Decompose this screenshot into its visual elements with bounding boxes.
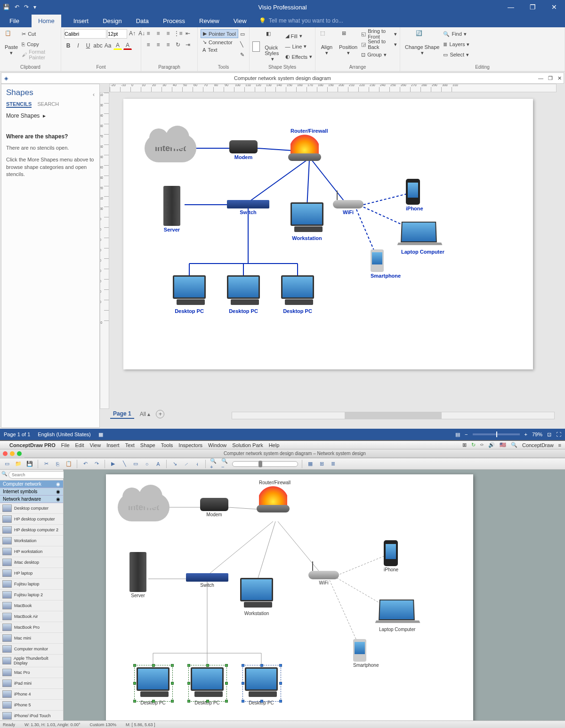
tab-data[interactable]: Data [134,15,151,27]
library-item[interactable]: HP laptop [0,568,63,579]
tab-review[interactable]: Review [197,15,221,27]
library-item[interactable]: Apple Thunderbolt Display [0,655,63,667]
library-item[interactable]: MacBook Air [0,611,63,622]
library-item[interactable]: Workstation [0,536,63,546]
cd-node-iphone[interactable]: iPhone [384,540,398,572]
doc-minimize-button[interactable]: — [538,75,543,81]
add-page-button[interactable]: + [156,410,164,418]
tb-zoom-slider[interactable] [232,461,298,467]
library-item[interactable]: iPhone 5 [0,700,63,711]
canvas-zone[interactable]: Internet Modem Router/Firewall Server Sw… [100,84,564,428]
line-tool-icon[interactable]: ╲ [240,40,245,49]
cd-node-smartphone[interactable]: Smartphone [353,639,379,668]
tb-text-icon[interactable]: A [154,460,162,468]
underline-button[interactable]: U [84,41,92,50]
tb-ellipse-icon[interactable]: ○ [143,460,151,468]
cat-computer-network[interactable]: Computer network◉ [0,480,63,488]
stencils-tab[interactable]: STENCILS [6,101,32,108]
cd-status-zoom[interactable]: Custom 130% [90,722,117,727]
layers-button[interactable]: ≣ Layers ▾ [443,40,469,49]
drawing-page[interactable]: Internet Modem Router/Firewall Server Sw… [123,99,533,369]
full-screen-icon[interactable]: ⛶ [556,432,561,437]
strike-button[interactable]: abc [94,41,102,50]
node-desktop1[interactable]: Desktop PC [173,275,206,314]
select-button[interactable]: ▭ Select ▾ [443,50,469,59]
position-button[interactable]: ⊞Position ▾ [337,29,359,57]
horizontal-scrollbar[interactable] [232,412,555,419]
quick-styles-button[interactable]: ◧Quick Styles ▾ [263,30,282,63]
zoom-out-button[interactable]: − [465,432,468,437]
volume-icon[interactable]: 🔊 [488,442,495,448]
close-traffic-button[interactable] [3,451,8,456]
group-button[interactable]: ⊡ Group ▾ [361,50,397,59]
change-shape-button[interactable]: 🔄Change Shape ▾ [403,29,441,57]
tb-grid-icon[interactable]: ▦ [306,460,315,468]
notifications-icon[interactable]: ≡ [558,442,561,448]
all-pages-button[interactable]: All ▴ [140,411,151,417]
bring-front-button[interactable]: ◱ Bring to Front ▾ [361,29,397,39]
align-button[interactable]: ⬚Align ▾ [318,29,335,57]
library-item[interactable]: iPhone 4 [0,689,63,700]
zoom-slider[interactable] [473,433,520,435]
align-mid-icon[interactable]: ≡ [154,29,162,38]
format-painter-button[interactable]: 🖌 Format Painter [22,50,58,59]
tab-process[interactable]: Process [161,15,187,27]
node-switch[interactable]: Switch [227,200,269,215]
library-item[interactable]: Desktop computer [0,503,63,514]
effects-button[interactable]: ◐ Effects ▾ [285,52,312,62]
menu-help[interactable]: Help [269,442,280,448]
tab-home[interactable]: Home [32,15,61,27]
style-swatch[interactable] [252,41,260,52]
library-search-input[interactable] [8,471,68,479]
cd-node-laptop[interactable]: Laptop Computer [379,599,415,632]
italic-button[interactable]: I [74,41,82,50]
selection-box-2[interactable] [188,665,227,702]
library-item[interactable]: Mac Pro [0,667,63,678]
save-icon[interactable]: 💾 [3,4,10,10]
tb-line-icon[interactable]: ╲ [120,460,129,468]
pointer-tool-button[interactable]: ▶ Pointer Tool [201,29,238,38]
doc-close-button[interactable]: ✕ [557,75,562,81]
align-top-icon[interactable]: ≡ [144,29,153,38]
tb-snap-icon[interactable]: ⊞ [317,460,326,468]
library-item[interactable]: iPad mini [0,678,63,689]
fill-button[interactable]: ◢ Fill ▾ [285,32,312,41]
freeform-tool-icon[interactable]: ✎ [240,50,245,59]
align-center-icon[interactable]: ≡ [154,40,162,49]
text-tool-button[interactable]: A Text [201,46,238,54]
tb-pointer-icon[interactable]: ▶ [109,460,117,468]
library-item[interactable]: Mac mini [0,633,63,644]
sync-icon[interactable]: ↻ [471,442,476,448]
menu-shape[interactable]: Shape [140,442,155,448]
cut-button[interactable]: ✂ Cut [22,29,58,39]
cd-canvas[interactable]: Internet Modem Router/Firewall Server Sw… [64,470,565,720]
align-left-icon[interactable]: ≡ [144,40,153,49]
tb-new-icon[interactable]: ▭ [3,460,11,468]
tb-redo-icon[interactable]: ↷ [92,460,101,468]
casechange-button[interactable]: Aa [104,41,112,50]
bold-button[interactable]: B [64,41,73,50]
node-modem[interactable]: Modem [229,140,258,160]
paste-button[interactable]: 📋Paste ▾ [3,29,20,57]
bullets-icon[interactable]: ⋮≡ [174,29,182,38]
menu-text[interactable]: Text [125,442,135,448]
node-server[interactable]: Server [163,186,180,232]
node-desktop2[interactable]: Desktop PC [227,275,260,314]
selection-box-3[interactable] [242,665,281,702]
library-item[interactable]: Fujitsu laptop 2 [0,590,63,600]
tb-zoomin-icon[interactable]: 🔍+ [210,460,218,468]
indent-dec-icon[interactable]: ⇤ [184,29,192,38]
copy-button[interactable]: ⎘ Copy [22,40,58,49]
rect-tool-icon[interactable]: ▭ [240,29,245,39]
cd-node-internet[interactable]: Internet [118,493,170,521]
cd-node-wifi[interactable]: WiFi [308,571,339,585]
highlight-button[interactable]: A [113,41,122,50]
conceptdraw-label[interactable]: ConceptDraw [522,442,554,448]
undo-icon[interactable]: ↶ [15,4,19,10]
line-button[interactable]: ― Line ▾ [285,42,312,51]
flag-icon[interactable]: 🇺🇸 [500,442,506,448]
tb-save-icon[interactable]: 💾 [25,460,34,468]
node-laptop[interactable]: Laptop Computer [401,221,444,255]
library-item[interactable]: MacBook [0,600,63,611]
qat-dropdown-icon[interactable]: ▾ [33,4,36,10]
